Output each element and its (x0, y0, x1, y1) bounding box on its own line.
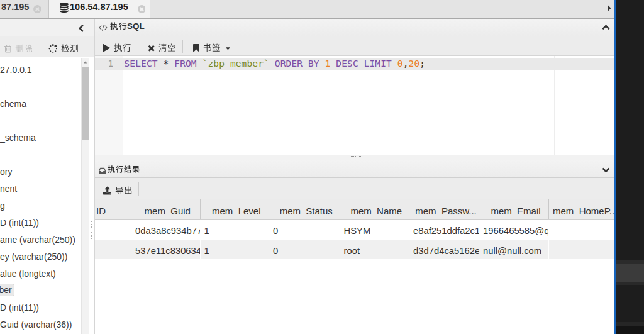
check-label: 检测 (61, 43, 79, 53)
toolbar-separator (182, 40, 183, 53)
browser-window: 87.195 106.54.87.195 删除 检测 (0, 0, 614, 334)
table-cell[interactable]: HSYM (340, 220, 410, 240)
tree-item[interactable]: D (int(11)) (0, 214, 80, 231)
tree-item[interactable]: Guid (varchar(36)) (0, 316, 80, 333)
panel-splitter[interactable] (95, 155, 614, 160)
editor-print-margin (554, 56, 555, 155)
tab-active[interactable]: 106.54.87.195 (48, 0, 150, 18)
desktop-background (614, 0, 644, 334)
tree-item[interactable]: g (0, 197, 80, 214)
sidebar-toolbar: 删除 检测 (0, 36, 94, 57)
column-header[interactable]: mem_Guid (131, 199, 201, 219)
desktop-band (614, 264, 644, 282)
run-button[interactable]: 执行 (103, 36, 131, 55)
table-cell[interactable]: e8af251ddfa2c148 (409, 220, 479, 240)
tree-item[interactable]: chema (0, 95, 80, 112)
delete-button[interactable]: 删除 (4, 36, 33, 57)
table-cell[interactable]: 1966465585@qq.com (479, 220, 549, 240)
sidebar-resize-grip[interactable] (91, 221, 92, 241)
table-cell[interactable]: null@null.com (479, 240, 549, 260)
sql-code-line[interactable]: SELECT * FROM `zbp_member` ORDER BY 1 DE… (125, 58, 426, 70)
main-panel: 执行SQLSQL 执行 清空 书签 1 (95, 19, 614, 334)
trash-icon (4, 43, 11, 53)
table-row[interactable]: 537e11c830634010rootd3d7d4ca5162e55null@… (95, 240, 614, 260)
tree-item[interactable]: ame (varchar(250)) (0, 231, 80, 248)
desktop-band (614, 260, 644, 264)
tab-scroll-right-icon[interactable] (605, 3, 614, 14)
table-cell[interactable]: 1 (201, 240, 270, 260)
spinner-icon (48, 43, 58, 53)
result-panel-header: 执行结果 (95, 160, 614, 178)
table-cell[interactable]: 0 (269, 240, 340, 260)
export-label: 导出 (114, 186, 133, 196)
bookmark-icon (193, 43, 199, 53)
tree-item[interactable]: D (int(11)) (0, 299, 80, 316)
sidebar-header (0, 19, 94, 36)
table-cell[interactable]: 0da3a8c934b773 (131, 220, 201, 240)
table-cell[interactable]: 1 (201, 220, 270, 240)
sql-editor[interactable]: 1 SELECT * FROM `zbp_member` ORDER BY 1 … (95, 56, 614, 155)
toolbar-separator (138, 182, 139, 196)
screen: 87.195 106.54.87.195 删除 检测 (0, 0, 644, 334)
table-cell[interactable]: root (340, 240, 410, 260)
table-cell[interactable]: 537e11c8306340 (131, 240, 201, 260)
tab-close-icon[interactable] (33, 4, 43, 14)
toolbar-separator (138, 40, 138, 53)
splitter-grip-dots (351, 156, 361, 157)
result-toolbar: 导出 (95, 178, 614, 199)
table-cell[interactable]: d3d7d4ca5162e55 (409, 240, 479, 260)
table-cell[interactable] (95, 240, 131, 260)
table-row[interactable]: 0da3a8c934b77310HSYMe8af251ddfa2c1481966… (95, 220, 614, 240)
tree-item-selected[interactable]: ber (0, 284, 14, 297)
sql-toolbar: 执行 清空 书签 (95, 36, 614, 56)
clear-label: 清空 (158, 43, 176, 53)
clear-button[interactable]: 清空 (148, 36, 176, 55)
run-label: 执行 (113, 43, 131, 53)
tree-item[interactable]: ey (varchar(250)) (0, 248, 80, 265)
table-cell[interactable] (95, 220, 131, 240)
sidebar: 删除 检测 27.0.0.1chema_schemaorynentgD (int… (0, 19, 95, 334)
scrollbar-thumb[interactable] (82, 67, 89, 140)
tab-title: 87.195 (1, 2, 29, 12)
tab-inactive[interactable]: 87.195 (0, 0, 48, 18)
line-number: 1 (95, 58, 123, 70)
table-cell[interactable] (549, 220, 614, 240)
check-button[interactable]: 检测 (48, 36, 79, 57)
tree-item (0, 78, 80, 95)
table-header-row: IDmem_Guidmem_Levelmem_Statusmem_Namemem… (95, 199, 614, 220)
column-header[interactable]: mem_Name (340, 199, 410, 219)
tree-item[interactable]: ory (0, 163, 80, 180)
tree-scrollbar[interactable] (81, 58, 89, 334)
tree-item[interactable]: alue (longtext) (0, 265, 80, 282)
tree-item[interactable]: _schema (0, 129, 80, 146)
collapse-up-icon[interactable] (601, 22, 610, 32)
tab-bar: 87.195 106.54.87.195 (0, 0, 614, 19)
sql-panel-title: 执行SQLSQL (110, 21, 145, 31)
tree-item[interactable]: nent (0, 180, 80, 197)
tab-close-icon[interactable] (138, 4, 147, 14)
export-button[interactable]: 导出 (103, 179, 133, 199)
play-icon (103, 43, 110, 53)
desktop-band (614, 282, 644, 285)
column-header[interactable]: mem_Email (479, 199, 549, 219)
collapse-down-icon[interactable] (601, 165, 610, 175)
sql-panel-header: 执行SQLSQL (95, 19, 614, 36)
window-edge-accent (614, 0, 616, 334)
tree-item (0, 112, 80, 129)
table-cell[interactable]: 0 (269, 220, 340, 240)
editor-gutter: 1 (95, 56, 123, 155)
column-header[interactable]: mem_Passw... (409, 199, 479, 219)
column-header[interactable]: ID (95, 199, 131, 219)
upload-icon (103, 186, 111, 196)
bookmark-button[interactable]: 书签 (193, 36, 230, 55)
tree-item[interactable]: 27.0.0.1 (0, 61, 80, 78)
delete-label: 删除 (14, 43, 33, 53)
tree-item (0, 146, 80, 163)
sidebar-collapse-icon[interactable] (77, 24, 86, 34)
column-header[interactable]: mem_Level (201, 199, 270, 219)
column-header[interactable]: mem_Status (269, 199, 340, 219)
table-cell[interactable] (549, 240, 614, 260)
scrollbar-up-icon[interactable] (82, 58, 89, 67)
column-header[interactable]: mem_HomeP... (549, 199, 614, 219)
code-icon (99, 23, 108, 32)
